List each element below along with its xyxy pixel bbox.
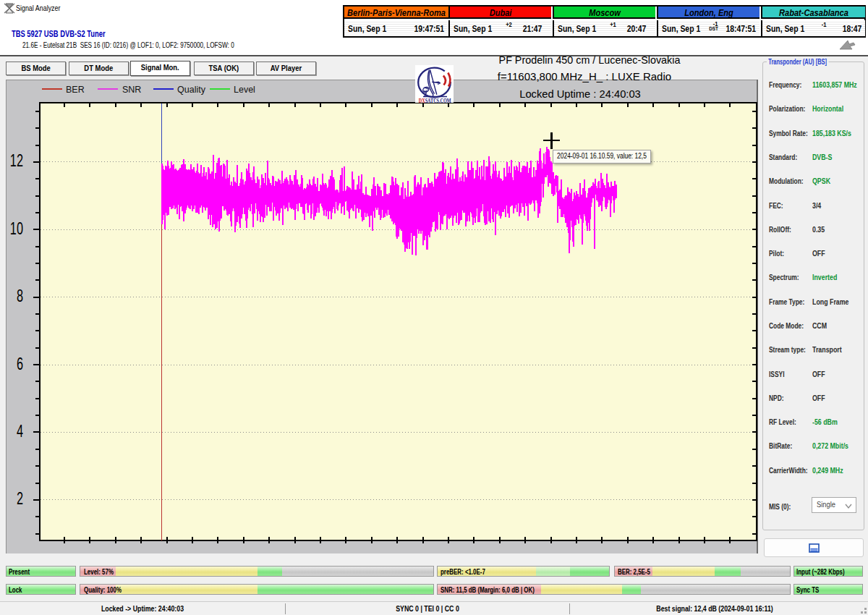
svg-text:SNR: SNR xyxy=(122,85,141,95)
svg-text:Level: Level xyxy=(234,85,255,95)
svg-text:Quality: Quality xyxy=(177,85,206,95)
svg-text:BER: BER xyxy=(66,85,85,95)
